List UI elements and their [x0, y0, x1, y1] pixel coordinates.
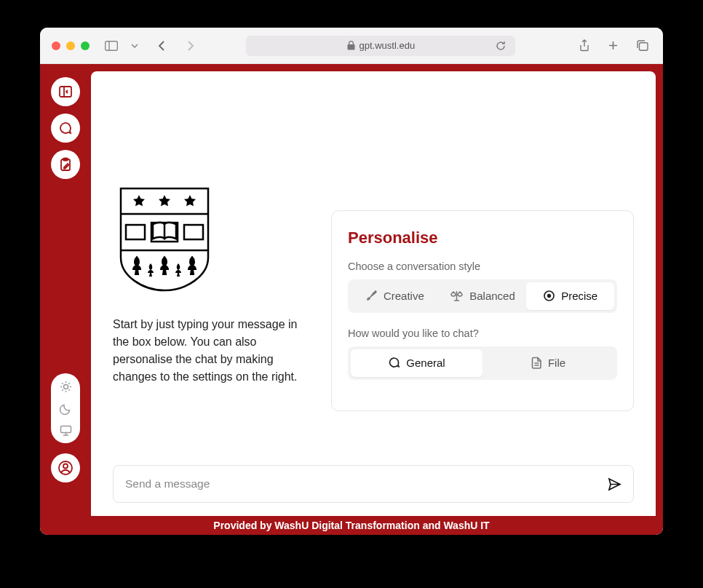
- mode-general-label: General: [406, 357, 445, 369]
- mode-file-button[interactable]: File: [482, 349, 614, 377]
- sidebar-collapse-button[interactable]: [51, 77, 80, 106]
- sidebar-chat-button[interactable]: [51, 114, 80, 143]
- style-creative-label: Creative: [384, 290, 424, 302]
- panel-collapse-icon: [58, 84, 73, 99]
- browser-titlebar: gpt.wustl.edu: [40, 28, 663, 64]
- browser-window: gpt.wustl.edu: [40, 28, 663, 535]
- clipboard-edit-icon: [58, 157, 73, 172]
- personalise-card: Personalise Choose a conversation style …: [331, 210, 634, 411]
- back-button[interactable]: [154, 37, 171, 55]
- theme-switcher: [51, 373, 80, 443]
- mode-general-button[interactable]: General: [351, 349, 482, 377]
- new-tab-button[interactable]: [605, 37, 622, 55]
- moon-icon: [60, 403, 71, 415]
- close-window-button[interactable]: [52, 41, 60, 50]
- scales-icon: [450, 290, 464, 302]
- system-theme-button[interactable]: [60, 425, 72, 436]
- tabs-overview-button[interactable]: [634, 37, 651, 55]
- svg-point-10: [63, 464, 68, 469]
- minimize-window-button[interactable]: [66, 41, 75, 50]
- sidebar-toggle-icon[interactable]: [103, 37, 120, 55]
- target-icon: [543, 290, 555, 302]
- mode-file-label: File: [548, 357, 565, 369]
- style-balanced-button[interactable]: Balanced: [439, 282, 527, 310]
- url-text: gpt.wustl.edu: [360, 40, 416, 51]
- footer-text: Provided by WashU Digital Transformation…: [40, 516, 663, 535]
- style-precise-label: Precise: [561, 290, 597, 302]
- lock-icon: [347, 41, 355, 50]
- intro-column: Start by just typing your message in the…: [113, 98, 309, 450]
- send-button[interactable]: [608, 477, 621, 491]
- brush-icon: [365, 290, 378, 302]
- light-theme-button[interactable]: [60, 381, 72, 393]
- sun-icon: [60, 381, 72, 393]
- content-area: Start by just typing your message in the…: [91, 71, 656, 465]
- style-label: Choose a conversation style: [348, 261, 617, 272]
- style-segmented-control: Creative Balanced Precise: [348, 279, 617, 313]
- main-panel: Start by just typing your message in the…: [91, 71, 656, 516]
- file-icon: [531, 357, 542, 369]
- window-controls: [52, 41, 90, 50]
- chat-icon: [58, 121, 73, 135]
- send-icon: [608, 477, 621, 491]
- chat-bubble-icon: [388, 357, 400, 369]
- sidebar-notes-button[interactable]: [51, 150, 80, 179]
- mode-label: How would you like to chat?: [348, 327, 617, 339]
- monitor-icon: [60, 425, 72, 436]
- svg-rect-14: [184, 225, 203, 239]
- personalise-title: Personalise: [348, 229, 617, 247]
- svg-rect-13: [126, 225, 145, 239]
- style-balanced-label: Balanced: [469, 290, 515, 302]
- washu-shield-logo: [117, 185, 212, 294]
- maximize-window-button[interactable]: [81, 41, 90, 50]
- svg-point-17: [548, 295, 551, 298]
- reload-button[interactable]: [492, 37, 509, 55]
- sidebar: [40, 64, 91, 516]
- share-button[interactable]: [576, 37, 593, 55]
- user-icon: [57, 460, 74, 476]
- url-bar[interactable]: gpt.wustl.edu: [246, 36, 515, 56]
- mode-segmented-control: General File: [348, 346, 617, 380]
- forward-button[interactable]: [181, 37, 199, 55]
- personalise-column: Personalise Choose a conversation style …: [331, 98, 634, 450]
- message-input-row: [113, 465, 634, 503]
- svg-point-7: [63, 385, 68, 389]
- intro-text: Start by just typing your message in the…: [113, 316, 309, 386]
- style-precise-button[interactable]: Precise: [526, 282, 614, 310]
- message-input[interactable]: [125, 477, 608, 490]
- sidebar-profile-button[interactable]: [51, 453, 80, 482]
- svg-rect-8: [60, 426, 71, 433]
- dark-theme-button[interactable]: [60, 403, 71, 415]
- dropdown-chevron-icon[interactable]: [126, 37, 143, 55]
- app-container: Start by just typing your message in the…: [40, 64, 663, 516]
- style-creative-button[interactable]: Creative: [351, 282, 439, 310]
- svg-rect-0: [106, 41, 118, 50]
- svg-rect-2: [639, 43, 648, 50]
